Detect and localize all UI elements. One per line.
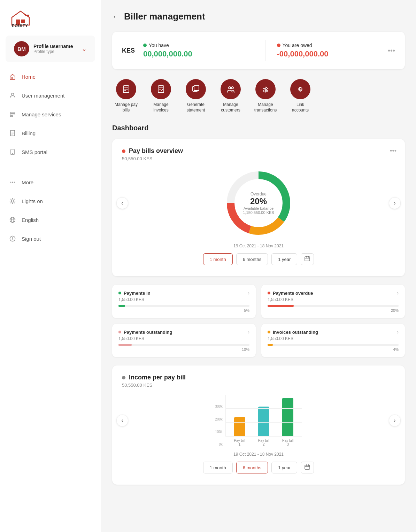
action-manage-customers[interactable]: Managecustomers: [217, 79, 245, 113]
payments-in-progress-fill: [118, 305, 125, 307]
back-button[interactable]: ←: [112, 12, 120, 21]
chart-wrapper: 300k 200k 100k 0k: [215, 395, 302, 446]
svg-point-13: [12, 153, 13, 154]
payments-outstanding-chevron-icon[interactable]: ›: [248, 329, 249, 335]
invoices-outstanding-progress-fill: [268, 344, 273, 346]
profile-info: Profile username Profile type: [33, 44, 82, 54]
svg-point-16: [14, 182, 15, 183]
overdue-label: Overdue: [243, 192, 274, 196]
action-generate-statement[interactable]: Generatestatement: [182, 79, 210, 113]
y-label-100k: 100k: [215, 430, 223, 434]
home-icon: [8, 72, 17, 81]
payments-overdue-progress-bg: [268, 305, 399, 307]
income-time-filter-1month[interactable]: 1 month: [203, 462, 233, 473]
payments-in-dot: [118, 292, 121, 294]
time-filter-6months[interactable]: 6 months: [236, 253, 268, 265]
svg-line-25: [10, 202, 11, 203]
stat-payments-in-header: Payments in ›: [118, 290, 249, 296]
income-time-filter-6months[interactable]: 6 months: [236, 462, 268, 473]
balance-card: KES You have 00,000,000.00 You are owed …: [112, 32, 405, 69]
svg-rect-5: [10, 112, 15, 113]
balance-more-button[interactable]: •••: [388, 47, 395, 55]
svg-point-15: [12, 182, 13, 183]
sidebar-item-home[interactable]: Home: [3, 68, 98, 86]
sidebar-item-label-home: Home: [22, 74, 36, 80]
calendar-button[interactable]: [301, 253, 314, 265]
action-manage-invoices[interactable]: Manageinvoices: [147, 79, 175, 113]
balance-owed-section: You are owed -00,000,000.00: [277, 43, 388, 59]
sidebar-item-more[interactable]: More: [3, 173, 98, 191]
income-per-pay-bill-subtitle: 50,550.00 KES: [122, 383, 395, 388]
svg-point-40: [229, 87, 231, 89]
owed-dot-icon: [277, 44, 280, 47]
sidebar: EQUITY BM Profile username Profile type …: [0, 0, 101, 532]
payments-in-chevron-icon[interactable]: ›: [248, 290, 249, 296]
y-label-200k: 200k: [215, 417, 223, 421]
bar-y-axis: 300k 200k 100k 0k: [215, 404, 223, 446]
sidebar-item-sms-portal[interactable]: SMS portal: [3, 143, 98, 161]
svg-point-41: [231, 87, 233, 89]
time-filter-1year[interactable]: 1 year: [271, 253, 297, 265]
payments-outstanding-dot: [118, 331, 121, 333]
stat-payments-in-label: Payments in: [118, 291, 151, 296]
payments-in-progress-bg: [118, 305, 249, 307]
page-title: Biller management: [124, 11, 205, 22]
income-per-pay-bill-card: Income per pay bill 50,550.00 KES ‹ 300k…: [112, 365, 405, 485]
svg-rect-47: [305, 257, 310, 261]
bar-label-2: Pay bill2: [255, 439, 272, 446]
income-time-filter-1year[interactable]: 1 year: [271, 462, 297, 473]
sidebar-item-lights-on[interactable]: Lights on: [3, 192, 98, 210]
stat-payments-overdue-amount: 1,550.00 KES: [268, 297, 399, 302]
svg-rect-1: [21, 20, 25, 23]
invoices-outstanding-chevron-icon[interactable]: ›: [397, 329, 399, 335]
payments-overdue-chevron-icon[interactable]: ›: [397, 290, 399, 296]
bar-paybill-3: [282, 398, 293, 436]
time-filter-1month[interactable]: 1 month: [203, 253, 233, 265]
bar-label-3: Pay bill3: [279, 439, 296, 446]
stat-payments-outstanding: Payments outstanding › 1,550.00 KES 10%: [112, 324, 256, 357]
profile-section[interactable]: BM Profile username Profile type ⌄: [6, 36, 95, 62]
card-title-dot: [122, 149, 125, 153]
available-balance-label: Available balance: [243, 206, 274, 210]
stat-payments-overdue-label: Payments overdue: [268, 291, 313, 296]
bar-paybill-1: [234, 417, 245, 436]
action-label-manage-transactions: Managetransactions: [254, 102, 277, 113]
stat-invoices-outstanding: Invoices outstanding › 1,550.00 KES 4%: [261, 324, 405, 357]
sidebar-item-user-management[interactable]: User management: [3, 86, 98, 105]
action-link-accounts[interactable]: Linkaccounts: [286, 79, 314, 113]
action-manage-transactions[interactable]: Managetransactions: [252, 79, 279, 113]
sidebar-item-label-lights-on: Lights on: [22, 198, 43, 204]
svg-line-23: [14, 202, 15, 203]
income-time-filters: 1 month 6 months 1 year: [122, 462, 395, 473]
bar-chart-container: 300k 200k 100k 0k: [122, 395, 395, 446]
sidebar-item-sign-out[interactable]: Sign out: [3, 230, 98, 248]
income-calendar-button[interactable]: [301, 462, 314, 473]
donut-center: Overdue 20% Available balance 1,150,550.…: [243, 192, 274, 215]
link-accounts-icon: [290, 79, 310, 99]
svg-rect-51: [305, 465, 310, 469]
payments-overdue-dot: [268, 292, 270, 294]
sidebar-bottom: More Lights on English Sign out: [0, 173, 101, 248]
manage-pay-bills-icon: [116, 79, 136, 99]
sidebar-item-manage-services[interactable]: Manage services: [3, 105, 98, 123]
income-carousel-next-button[interactable]: ›: [389, 415, 401, 426]
svg-rect-38: [194, 86, 199, 91]
pay-bills-overview-title: Pay bills overview: [129, 147, 183, 155]
sidebar-item-label-english: English: [22, 217, 39, 223]
sign-out-icon: [8, 234, 17, 243]
sidebar-item-billing[interactable]: Billing: [3, 124, 98, 142]
sidebar-item-english[interactable]: English: [3, 211, 98, 229]
profile-chevron-icon: ⌄: [82, 45, 87, 53]
stat-invoices-outstanding-header: Invoices outstanding ›: [268, 329, 399, 335]
dashboard-title: Dashboard: [112, 124, 405, 132]
income-carousel-prev-button[interactable]: ‹: [116, 415, 128, 426]
svg-point-4: [11, 93, 14, 96]
carousel-next-button[interactable]: ›: [389, 197, 401, 209]
sidebar-item-label-manage-services: Manage services: [22, 111, 61, 117]
stat-payments-outstanding-header: Payments outstanding ›: [118, 329, 249, 335]
pay-bills-more-button[interactable]: •••: [390, 147, 396, 155]
avatar: BM: [14, 41, 29, 56]
action-manage-pay-bills[interactable]: Manage paybills: [112, 79, 140, 113]
payments-in-percent: 5%: [118, 308, 249, 313]
payments-outstanding-progress-bg: [118, 344, 249, 346]
